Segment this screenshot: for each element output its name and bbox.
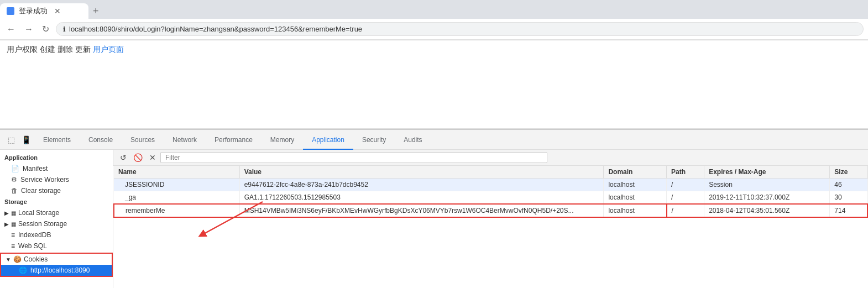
cookie-domain: localhost xyxy=(604,191,667,205)
tab-security[interactable]: Security xyxy=(353,130,395,150)
sidebar-item-service-workers[interactable]: ⚙ Service Workers xyxy=(0,174,113,185)
devtools-device-button[interactable]: 📱 xyxy=(18,133,34,146)
manifest-label: Manifest xyxy=(23,165,48,172)
col-header-expires: Expires / Max-Age xyxy=(704,166,830,179)
tab-performance[interactable]: Performance xyxy=(206,130,262,150)
localhost-cookie-label: http://localhost:8090 xyxy=(30,266,90,274)
lock-icon: ℹ xyxy=(63,25,66,33)
local-storage-chevron: ▶ xyxy=(4,210,9,216)
web-sql-label: Web SQL xyxy=(18,242,47,250)
local-storage-icon: ▦ xyxy=(11,210,16,216)
devtools-inspect-button[interactable]: ⬚ xyxy=(4,133,18,146)
tab-favicon xyxy=(7,7,14,15)
cookie-path: / xyxy=(667,204,704,217)
sidebar-item-manifest[interactable]: 📄 Manifest xyxy=(0,163,113,174)
tab-console[interactable]: Console xyxy=(80,130,122,150)
session-storage-chevron: ▶ xyxy=(4,221,9,227)
tab-network[interactable]: Network xyxy=(164,130,206,150)
page-body-text: 用户权限 创建 删除 更新 用户页面 xyxy=(7,45,861,55)
col-header-value: Value xyxy=(239,166,604,179)
cookie-size: 30 xyxy=(830,191,867,205)
cookie-expires: Session xyxy=(704,179,830,191)
cookies-table: Name Value Domain Path Expires / Max-Age… xyxy=(113,166,868,218)
cookie-value: MSH14VMBw5IMi3NS6eyF/BKbXMEvHwWGyrfbBgKD… xyxy=(239,204,604,217)
tab-title: 登录成功 xyxy=(19,6,48,16)
local-storage-group[interactable]: ▶ ▦ Local Storage xyxy=(0,207,113,218)
table-row[interactable]: rememberMe MSH14VMBw5IMi3NS6eyF/BKbXMEvH… xyxy=(114,204,867,217)
nav-bar: ← → ↻ ℹ localhost:8090/shiro/doLogin?log… xyxy=(0,19,868,40)
table-row[interactable]: _ga GA1.1.1712260503.1512985503 localhos… xyxy=(114,191,867,205)
cookie-expires: 2019-12-11T10:32:37.000Z xyxy=(704,191,830,205)
cookie-name: _ga xyxy=(114,191,239,205)
cookies-label: Cookies xyxy=(24,255,48,263)
table-row[interactable]: JSESSIONID e9447612-2fcc-4a8e-873a-241b7… xyxy=(114,179,867,191)
localhost-cookie-icon: 🌐 xyxy=(19,266,27,274)
sidebar-item-clear-storage[interactable]: 🗑 Clear storage xyxy=(0,185,113,196)
service-workers-label: Service Workers xyxy=(20,176,69,184)
cookies-chevron: ▼ xyxy=(6,256,11,263)
cookie-domain: localhost xyxy=(604,179,667,191)
cookie-size: 46 xyxy=(830,179,867,191)
cookie-path: / xyxy=(667,191,704,205)
devtools-panel: ⬚ 📱 Elements Console Sources Network Per… xyxy=(0,129,868,288)
page-content: 用户权限 创建 删除 更新 用户页面 xyxy=(0,40,868,129)
cookies-group[interactable]: ▼ 🍪 Cookies xyxy=(1,254,112,265)
back-button[interactable]: ← xyxy=(4,23,18,35)
tab-close-button[interactable]: ✕ xyxy=(54,7,61,15)
clear-storage-icon: 🗑 xyxy=(11,187,18,195)
panel-toolbar: ↺ 🚫 ✕ xyxy=(113,150,868,166)
tab-audits[interactable]: Audits xyxy=(395,130,431,150)
local-storage-label: Local Storage xyxy=(18,209,59,217)
cookie-path: / xyxy=(667,179,704,191)
tab-bar: 登录成功 ✕ + xyxy=(0,0,868,19)
devtools-sidebar: Application 📄 Manifest ⚙ Service Workers… xyxy=(0,150,113,288)
service-workers-icon: ⚙ xyxy=(11,176,17,184)
indexeddb-label: IndexedDB xyxy=(18,231,51,239)
storage-section-label: Storage xyxy=(0,196,113,207)
new-tab-button[interactable]: + xyxy=(88,6,103,17)
delete-cookies-button[interactable]: ✕ xyxy=(147,152,158,163)
sidebar-item-indexeddb[interactable]: ≡ IndexedDB xyxy=(0,229,113,240)
web-sql-icon: ≡ xyxy=(11,242,15,250)
table-header-row: Name Value Domain Path Expires / Max-Age… xyxy=(114,166,867,179)
tab-memory[interactable]: Memory xyxy=(262,130,303,150)
address-bar[interactable]: ℹ localhost:8090/shiro/doLogin?loginName… xyxy=(56,22,864,36)
cookie-domain: localhost xyxy=(604,204,667,217)
tab-application[interactable]: Application xyxy=(303,130,353,150)
sidebar-item-localhost-cookies[interactable]: 🌐 http://localhost:8090 xyxy=(1,265,112,276)
session-storage-group[interactable]: ▶ ▦ Session Storage xyxy=(0,218,113,229)
user-page-link[interactable]: 用户页面 xyxy=(93,45,124,54)
clear-storage-label: Clear storage xyxy=(21,187,61,195)
cookie-expires: 2018-04-12T04:35:01.560Z xyxy=(704,204,830,217)
browser-chrome: 登录成功 ✕ + ← → ↻ ℹ localhost:8090/shiro/do… xyxy=(0,0,868,40)
cookie-name: rememberMe xyxy=(114,204,239,217)
devtools-body: Application 📄 Manifest ⚙ Service Workers… xyxy=(0,150,868,288)
manifest-icon: 📄 xyxy=(11,165,19,172)
main-panel: ↺ 🚫 ✕ xyxy=(113,150,868,288)
application-section-label: Application xyxy=(0,152,113,163)
tab-sources[interactable]: Sources xyxy=(122,130,164,150)
col-header-size: Size xyxy=(830,166,867,179)
refresh-cookies-button[interactable]: ↺ xyxy=(118,152,129,163)
forward-button[interactable]: → xyxy=(22,23,35,35)
page-text-static: 用户权限 创建 删除 更新 xyxy=(7,45,93,54)
session-storage-icon: ▦ xyxy=(11,221,16,227)
indexeddb-icon: ≡ xyxy=(11,231,15,239)
cookie-name: JSESSIONID xyxy=(114,179,239,191)
col-header-path: Path xyxy=(667,166,704,179)
session-storage-label: Session Storage xyxy=(18,220,67,228)
refresh-button[interactable]: ↻ xyxy=(40,23,51,35)
cookies-table-scroll[interactable]: Name Value Domain Path Expires / Max-Age… xyxy=(113,166,868,288)
filter-input[interactable] xyxy=(160,152,547,163)
sidebar-item-web-sql[interactable]: ≡ Web SQL xyxy=(0,240,113,252)
tab-elements[interactable]: Elements xyxy=(34,130,80,150)
cookie-value: e9447612-2fcc-4a8e-873a-241b7dcb9452 xyxy=(239,179,604,191)
col-header-domain: Domain xyxy=(604,166,667,179)
cookie-size: 714 xyxy=(830,204,867,217)
address-text: localhost:8090/shiro/doLogin?loginName=z… xyxy=(69,25,856,33)
clear-cookies-button[interactable]: 🚫 xyxy=(131,152,145,163)
cookies-section-outline: ▼ 🍪 Cookies 🌐 http://localhost:8090 xyxy=(0,253,113,277)
col-header-name: Name xyxy=(114,166,239,179)
cookies-icon: 🍪 xyxy=(13,255,22,263)
browser-tab[interactable]: 登录成功 ✕ xyxy=(0,3,88,19)
